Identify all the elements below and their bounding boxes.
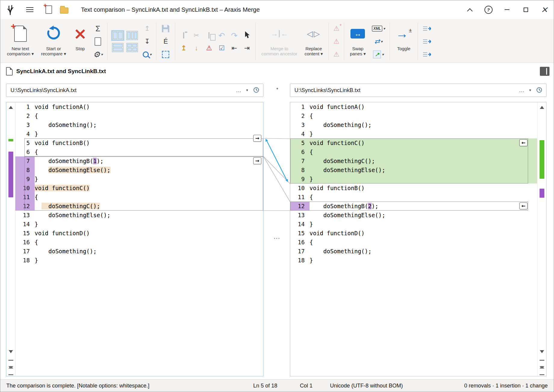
overview-mark[interactable]	[8, 139, 13, 141]
right-overview-strip[interactable]	[537, 102, 546, 376]
select-tool-button[interactable]	[244, 31, 250, 40]
right-code-line-18[interactable]: 18}	[290, 256, 537, 265]
unindent-button[interactable]: ⇤	[232, 44, 237, 52]
layout-horizontal-split-button[interactable]	[112, 43, 123, 52]
options-button[interactable]: ⚙▾	[93, 49, 103, 60]
right-code-line-3[interactable]: 3 doSomething();	[290, 120, 537, 129]
launch-external-button[interactable]: ↗▾	[373, 49, 384, 60]
find-button[interactable]: ▾	[143, 49, 151, 60]
error-marker-button[interactable]: ⚠	[206, 44, 212, 52]
right-code-line-9[interactable]: 9}	[290, 174, 537, 184]
left-code-line-11[interactable]: 11{	[15, 193, 263, 202]
left-code-line-15[interactable]: 15void functionD()	[15, 229, 263, 238]
left-code-line-17[interactable]: 17 doSomething();	[15, 247, 263, 256]
left-code-line-13[interactable]: 13 doSomethingElse();	[15, 211, 263, 220]
left-code-line-14[interactable]: 14}	[15, 220, 263, 229]
scroll-down-icon[interactable]	[540, 350, 544, 353]
path-dropdown-icon[interactable]: ▾	[246, 88, 248, 93]
toggle-button[interactable]: →± Toggle	[392, 20, 416, 63]
go-to-first-button[interactable]: ↥	[145, 23, 150, 34]
sync-direction-button[interactable]: ⇄▾	[374, 36, 382, 47]
go-to-next-button[interactable]: ↧	[145, 36, 150, 47]
right-code-line-14[interactable]: 14}	[290, 220, 537, 229]
start-recompare-button[interactable]: Start or recompare ▾	[37, 20, 70, 63]
go-first-change-icon[interactable]	[8, 360, 13, 366]
previous-change-button[interactable]: ↥	[181, 44, 186, 52]
copy-button[interactable]	[208, 33, 210, 38]
new-comparison-button[interactable]: New text comparison ▾	[3, 20, 37, 63]
go-last-change-icon[interactable]	[8, 369, 13, 375]
right-file-pane[interactable]: 1void functionA()2{3 doSomething();4}5vo…	[290, 102, 546, 376]
right-code-line-2[interactable]: 2{	[290, 111, 537, 120]
replace-content-button[interactable]: ←◁▷ Replace content ▾	[301, 20, 326, 63]
left-code-area[interactable]: 1void functionA()2{3 doSomething();4}5vo…	[15, 102, 263, 376]
merge-right-button[interactable]: →	[253, 157, 261, 164]
statistics-button[interactable]: Σ	[95, 23, 100, 34]
right-code-line-8[interactable]: 8 doSomethingElse();	[290, 165, 537, 174]
save-button[interactable]	[161, 23, 170, 34]
next-change-button[interactable]: ↓	[195, 44, 198, 52]
left-code-line-16[interactable]: 16{	[15, 238, 263, 247]
stop-button[interactable]: × Stop	[70, 20, 91, 63]
overview-mark[interactable]	[8, 152, 13, 197]
browse-button[interactable]: …	[519, 88, 524, 93]
sync-link-button-3[interactable]	[422, 49, 432, 60]
right-code-line-11[interactable]: 11{	[290, 193, 537, 202]
redo-button[interactable]: ↷	[231, 31, 238, 40]
close-button[interactable]: ×	[535, 0, 554, 19]
right-code-line-12[interactable]: 12 doSomethingB(2);	[290, 202, 537, 211]
left-overview-strip[interactable]	[6, 102, 15, 376]
layout-two-panes-button[interactable]	[112, 31, 123, 40]
right-code-line-10[interactable]: 10void functionB()	[290, 184, 537, 193]
right-code-line-17[interactable]: 17 doSomething();	[290, 247, 537, 256]
report-button[interactable]	[95, 36, 101, 47]
xml-mode-button[interactable]: XML▾	[372, 23, 385, 34]
add-bookmark-button[interactable]: ⚠	[333, 23, 339, 34]
path-dropdown-icon[interactable]: ▾	[529, 88, 531, 93]
layout-grid-button[interactable]	[126, 43, 138, 52]
go-last-change-icon[interactable]	[540, 369, 544, 375]
merge-common-ancestor-button[interactable]: →← Merge to common ancestor	[258, 20, 301, 63]
history-button[interactable]	[253, 87, 260, 94]
browse-button[interactable]: …	[236, 88, 241, 93]
previous-bookmark-button[interactable]: ⚠	[333, 36, 339, 47]
swap-panes-button[interactable]: ↔ Swap panes ▾	[346, 20, 369, 63]
sync-link-button-1[interactable]	[422, 23, 432, 34]
verify-button[interactable]: ☑	[219, 44, 225, 52]
layout-three-panes-button[interactable]	[126, 31, 138, 40]
merge-left-button[interactable]: ←	[519, 202, 528, 209]
right-code-line-4[interactable]: 4}	[290, 129, 537, 138]
right-code-line-5[interactable]: 5void functionC()	[290, 138, 537, 147]
pane-layout-button[interactable]	[540, 67, 549, 76]
left-file-pane[interactable]: 1void functionA()2{3 doSomething();4}5vo…	[6, 102, 263, 376]
overview-mark[interactable]	[540, 140, 544, 179]
left-code-line-5[interactable]: 5void functionB()	[15, 138, 263, 147]
left-code-line-3[interactable]: 3 doSomething();	[15, 120, 263, 129]
scroll-down-icon[interactable]	[9, 350, 13, 353]
history-button[interactable]	[536, 87, 543, 94]
right-code-line-13[interactable]: 13 doSomethingElse();	[290, 211, 537, 220]
splitter-handle[interactable]: ⋯	[263, 234, 290, 242]
right-code-line-6[interactable]: 6{	[290, 147, 537, 156]
go-first-change-icon[interactable]	[540, 360, 544, 366]
collapse-ribbon-button[interactable]	[460, 0, 479, 19]
menu-icon[interactable]	[26, 7, 33, 12]
left-path-bar[interactable]: U:\SyncLinks\SyncLinkA.txt … ▾	[6, 84, 263, 97]
left-code-line-7[interactable]: 7 doSomethingB(1);	[15, 156, 263, 165]
cut-button[interactable]: ✂	[194, 32, 199, 39]
right-code-line-15[interactable]: 15void functionD()	[290, 229, 537, 238]
new-comparison-window-icon[interactable]	[45, 5, 52, 14]
encoding-button[interactable]: É	[163, 36, 168, 47]
left-code-line-6[interactable]: 6{	[15, 147, 263, 156]
left-code-line-18[interactable]: 18}	[15, 256, 263, 265]
merge-right-button[interactable]: →	[253, 135, 261, 142]
left-code-line-1[interactable]: 1void functionA()	[15, 102, 263, 111]
block-select-button[interactable]	[162, 49, 169, 60]
open-icon[interactable]	[60, 8, 68, 14]
overview-mark[interactable]	[540, 189, 544, 198]
undo-button[interactable]: ↶	[218, 31, 225, 40]
next-bookmark-button[interactable]: ⚠	[333, 49, 339, 60]
sync-link-button-2[interactable]	[422, 36, 432, 47]
indent-button[interactable]: ⇥	[244, 44, 250, 52]
maximize-button[interactable]	[516, 0, 535, 19]
